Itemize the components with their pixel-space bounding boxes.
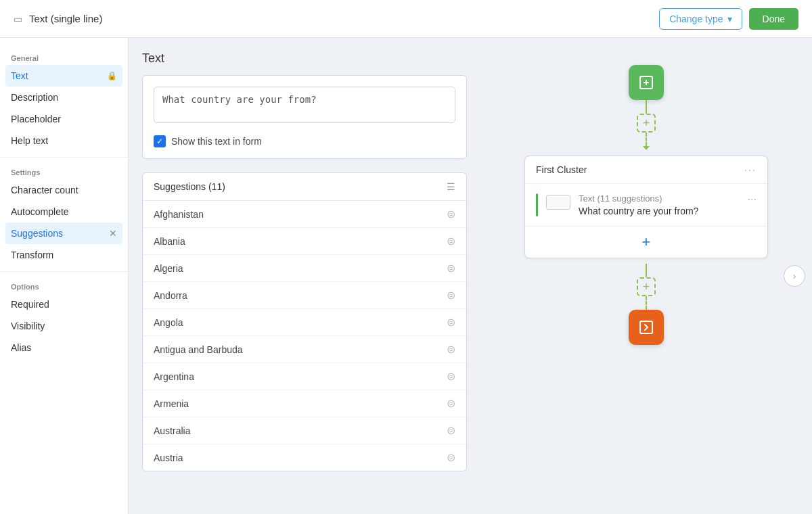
- list-item: Algeria ⊜: [143, 255, 466, 282]
- suggestion-name: Albania: [154, 236, 185, 247]
- drag-icon[interactable]: ⊜: [447, 316, 455, 329]
- list-item: Andorra ⊜: [143, 282, 466, 309]
- sidebar-item-placeholder[interactable]: Placeholder: [0, 108, 128, 130]
- cluster-field-text: Text (11 suggestions) What country are y…: [579, 193, 698, 216]
- suggestion-name: Algeria: [154, 263, 183, 274]
- sidebar-item-character-count[interactable]: Character count: [0, 179, 128, 201]
- header: ▭ Text (single line) Change type ▾ Done: [0, 0, 812, 38]
- sidebar-text-label: Text: [11, 70, 28, 81]
- entry-node[interactable]: [629, 65, 664, 100]
- drag-icon[interactable]: ⊜: [447, 235, 455, 248]
- drag-icon[interactable]: ⊜: [447, 397, 455, 410]
- field-value: What country are your from?: [579, 206, 698, 216]
- flow-container: + First Cluster ··· Text (11 suggestions…: [480, 38, 812, 372]
- sidebar-visibility-label: Visibility: [11, 321, 45, 331]
- connector-1: [646, 100, 647, 114]
- field-menu-icon[interactable]: ···: [748, 193, 757, 206]
- sidebar-autocomplete-label: Autocomplete: [11, 206, 69, 217]
- sidebar-item-help-text[interactable]: Help text: [0, 130, 128, 151]
- options-section-label: Options: [0, 277, 128, 294]
- sidebar-required-label: Required: [11, 299, 49, 310]
- sidebar-alias-label: Alias: [11, 342, 31, 353]
- done-button[interactable]: Done: [749, 8, 798, 30]
- lock-icon: 🔒: [107, 71, 117, 80]
- header-actions: Change type ▾ Done: [659, 8, 798, 30]
- svg-rect-1: [640, 321, 652, 333]
- suggestion-name: Argentina: [154, 371, 194, 382]
- drag-icon[interactable]: ⊜: [447, 343, 455, 356]
- text-section-title: Text: [142, 51, 467, 66]
- sidebar-item-autocomplete[interactable]: Autocomplete: [0, 201, 128, 223]
- suggestions-count-label: Suggestions (11): [154, 181, 225, 192]
- main-layout: General Text 🔒 Description Placeholder H…: [0, 38, 812, 514]
- cluster-header: First Cluster ···: [525, 156, 767, 184]
- list-item: Antigua and Barbuda ⊜: [143, 336, 466, 363]
- sidebar-placeholder-label: Placeholder: [11, 114, 61, 124]
- drag-icon[interactable]: ⊜: [447, 289, 455, 302]
- sidebar-divider-2: [0, 271, 128, 272]
- list-item: Australia ⊜: [143, 417, 466, 444]
- sidebar-transform-label: Transform: [11, 250, 53, 260]
- settings-section-label: Settings: [0, 163, 128, 179]
- change-type-label: Change type: [669, 14, 723, 24]
- sidebar-divider-1: [0, 157, 128, 158]
- show-in-form-checkbox[interactable]: [154, 135, 166, 147]
- field-icon: [546, 195, 570, 210]
- list-item: Armenia ⊜: [143, 390, 466, 417]
- drag-icon[interactable]: ⊜: [447, 424, 455, 437]
- sidebar-item-suggestions[interactable]: Suggestions ✕: [5, 223, 122, 244]
- list-item: Argentina ⊜: [143, 363, 466, 390]
- list-item: Afghanistan ⊜: [143, 201, 466, 228]
- exit-node[interactable]: [629, 310, 664, 345]
- suggestions-menu-icon[interactable]: ☰: [447, 181, 455, 192]
- cluster-title: First Cluster: [536, 164, 587, 175]
- page-title: Text (single line): [29, 13, 102, 24]
- header-left: ▭ Text (single line): [14, 13, 102, 24]
- suggestions-card: Suggestions (11) ☰ Afghanistan ⊜ Albania…: [142, 172, 467, 471]
- connector-dashed-1: [646, 133, 647, 146]
- sidebar-character-count-label: Character count: [11, 185, 78, 195]
- sidebar-item-alias[interactable]: Alias: [0, 337, 128, 358]
- add-between-button-2[interactable]: +: [637, 277, 656, 296]
- cluster-menu-icon[interactable]: ···: [744, 164, 757, 175]
- suggestion-name: Australia: [154, 425, 190, 436]
- suggestion-name: Afghanistan: [154, 209, 204, 220]
- close-icon[interactable]: ✕: [109, 228, 117, 239]
- sidebar-item-visibility[interactable]: Visibility: [0, 315, 128, 337]
- arrow-down-1: [643, 146, 650, 150]
- text-input[interactable]: What country are your from?: [154, 87, 455, 123]
- suggestion-name: Antigua and Barbuda: [154, 344, 243, 355]
- list-item: Austria ⊜: [143, 444, 466, 471]
- connector-2: [646, 264, 647, 277]
- sidebar: General Text 🔒 Description Placeholder H…: [0, 38, 129, 514]
- scroll-right-hint[interactable]: ›: [784, 265, 805, 287]
- sidebar-description-label: Description: [11, 92, 58, 103]
- chevron-down-icon: ▾: [727, 14, 732, 24]
- change-type-button[interactable]: Change type ▾: [659, 8, 742, 30]
- field-label: Text (11 suggestions): [579, 193, 698, 204]
- drag-icon[interactable]: ⊜: [447, 370, 455, 383]
- sidebar-helptext-label: Help text: [11, 135, 48, 146]
- add-between-button-1[interactable]: +: [637, 114, 656, 133]
- sidebar-item-transform[interactable]: Transform: [0, 244, 128, 266]
- connector-dashed-2: [646, 296, 647, 310]
- suggestion-name: Angola: [154, 317, 183, 328]
- sidebar-item-text[interactable]: Text 🔒: [5, 65, 122, 87]
- add-field-button[interactable]: +: [637, 233, 655, 251]
- suggestion-name: Armenia: [154, 398, 189, 409]
- right-panel: + First Cluster ··· Text (11 suggestions…: [480, 38, 812, 514]
- suggestions-header: Suggestions (11) ☰: [143, 173, 466, 201]
- sidebar-suggestions-label: Suggestions: [11, 228, 63, 239]
- cluster-content: Text (11 suggestions) What country are y…: [525, 184, 767, 226]
- drag-icon[interactable]: ⊜: [447, 451, 455, 464]
- list-item: Angola ⊜: [143, 309, 466, 336]
- cluster-footer: +: [525, 226, 767, 258]
- text-card: What country are your from? Show this te…: [142, 75, 467, 159]
- content-area: Text What country are your from? Show th…: [129, 38, 480, 514]
- drag-icon[interactable]: ⊜: [447, 262, 455, 275]
- drag-icon[interactable]: ⊜: [447, 208, 455, 220]
- sidebar-item-required[interactable]: Required: [0, 294, 128, 315]
- cluster-card: First Cluster ··· Text (11 suggestions) …: [524, 156, 768, 258]
- suggestion-name: Austria: [154, 452, 183, 463]
- sidebar-item-description[interactable]: Description: [0, 87, 128, 108]
